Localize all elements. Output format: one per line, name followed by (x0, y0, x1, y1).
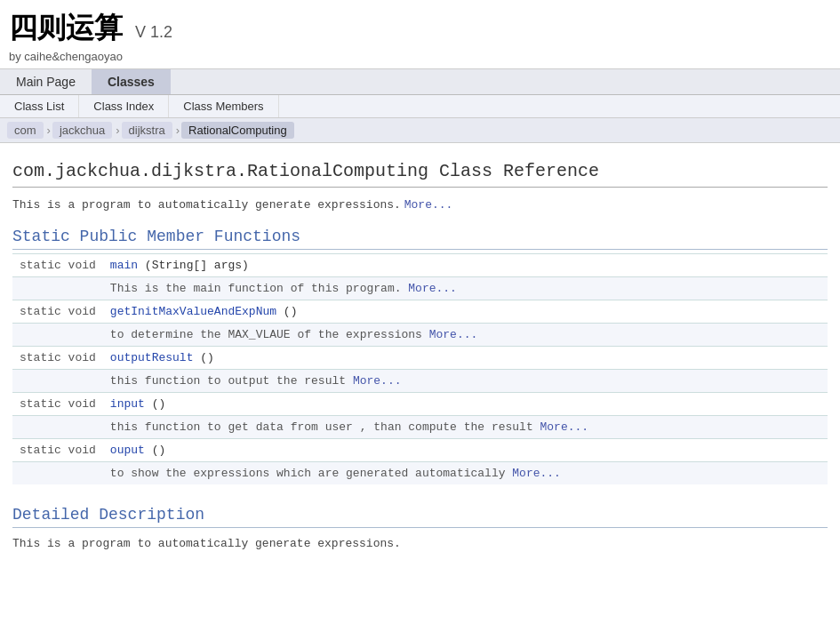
table-row: static voidoutputResult () (12, 347, 828, 370)
table-row: This is the main function of this progra… (12, 277, 828, 300)
func-desc-label: this function to output the result (110, 374, 353, 388)
func-modifier: static void (12, 439, 103, 462)
breadcrumb-dijkstra[interactable]: dijkstra (122, 122, 172, 139)
secondary-nav: Class List Class Index Class Members (0, 95, 840, 118)
func-more-link[interactable]: More... (429, 328, 478, 341)
func-more-link[interactable]: More... (353, 374, 402, 388)
func-desc-label: This is the main function of this progra… (110, 282, 408, 295)
func-desc-spacer (12, 370, 103, 393)
detail-section-header: Detailed Description (12, 506, 828, 528)
table-row: this function to output the result More.… (12, 370, 828, 393)
table-row: static voidinput () (12, 393, 828, 416)
func-modifier: static void (12, 347, 103, 370)
func-name-link[interactable]: getInitMaxValueAndExpNum (110, 305, 276, 318)
func-desc-text: to determine the MAX_VLAUE of the expres… (103, 324, 828, 347)
function-table: static voidmain (String[] args)This is t… (12, 253, 828, 484)
table-row: static voidouput () (12, 439, 828, 462)
breadcrumb: com › jackchua › dijkstra › RationalComp… (0, 118, 840, 143)
static-section-header: Static Public Member Functions (12, 228, 828, 250)
detail-text: This is a program to automatically gener… (12, 537, 828, 550)
func-args: () (145, 444, 165, 457)
class-desc-more-link[interactable]: More... (404, 198, 453, 212)
func-args: () (276, 305, 297, 318)
breadcrumb-rationalcomputing[interactable]: RationalComputing (181, 122, 294, 139)
func-modifier: static void (12, 393, 103, 416)
app-title: 四则运算 (9, 12, 123, 44)
func-signature: getInitMaxValueAndExpNum () (103, 300, 828, 324)
func-desc-text: This is the main function of this progra… (103, 277, 828, 300)
func-args: (String[] args) (138, 259, 249, 272)
breadcrumb-sep-2: › (116, 124, 119, 137)
func-more-link[interactable]: More... (540, 420, 589, 434)
header: 四则运算 V 1.2 by caihe&chengaoyao (0, 0, 840, 69)
func-more-link[interactable]: More... (512, 467, 561, 480)
table-row: static voidgetInitMaxValueAndExpNum () (12, 300, 828, 324)
breadcrumb-com[interactable]: com (7, 122, 44, 139)
func-desc-spacer (12, 324, 103, 347)
func-modifier: static void (12, 254, 103, 277)
breadcrumb-sep-1: › (47, 124, 51, 137)
nav-class-members[interactable]: Class Members (169, 95, 278, 117)
func-name-link[interactable]: main (110, 259, 138, 272)
byline: by caihe&chengaoyao (9, 50, 831, 63)
main-content: com.jackchua.dijkstra.RationalComputing … (0, 143, 840, 559)
nav-class-index[interactable]: Class Index (79, 95, 169, 117)
func-desc-spacer (12, 277, 103, 300)
func-more-link[interactable]: More... (408, 282, 457, 295)
func-desc-text: this function to get data from user , th… (103, 416, 828, 439)
func-name-link[interactable]: input (110, 397, 145, 411)
class-description-line: This is a program to automatically gener… (12, 196, 828, 212)
func-desc-spacer (12, 462, 103, 485)
func-desc-label: this function to get data from user , th… (110, 420, 540, 434)
func-desc-text: this function to output the result More.… (103, 370, 828, 393)
table-row: static voidmain (String[] args) (12, 254, 828, 277)
version-label: V 1.2 (135, 23, 172, 41)
breadcrumb-jackchua[interactable]: jackchua (52, 122, 112, 139)
func-desc-spacer (12, 416, 103, 439)
nav-main-page[interactable]: Main Page (0, 69, 92, 94)
table-row: to determine the MAX_VLAUE of the expres… (12, 324, 828, 347)
func-desc-label: to determine the MAX_VLAUE of the expres… (110, 328, 429, 341)
nav-class-list[interactable]: Class List (0, 95, 79, 117)
primary-nav: Main Page Classes (0, 69, 840, 95)
func-args: () (145, 397, 165, 411)
func-signature: outputResult () (103, 347, 828, 370)
breadcrumb-sep-3: › (176, 124, 180, 137)
func-signature: ouput () (103, 439, 828, 462)
func-name-link[interactable]: outputResult (110, 351, 194, 364)
func-modifier: static void (12, 300, 103, 324)
class-title: com.jackchua.dijkstra.RationalComputing … (12, 161, 828, 188)
table-row: this function to get data from user , th… (12, 416, 828, 439)
class-desc-text: This is a program to automatically gener… (12, 198, 401, 212)
table-row: to show the expressions which are genera… (12, 462, 828, 485)
nav-classes[interactable]: Classes (92, 69, 171, 94)
func-args: () (193, 351, 213, 364)
func-signature: input () (103, 393, 828, 416)
func-name-link[interactable]: ouput (110, 444, 145, 457)
func-desc-label: to show the expressions which are genera… (110, 467, 512, 480)
func-desc-text: to show the expressions which are genera… (103, 462, 828, 485)
func-signature: main (String[] args) (103, 254, 828, 277)
